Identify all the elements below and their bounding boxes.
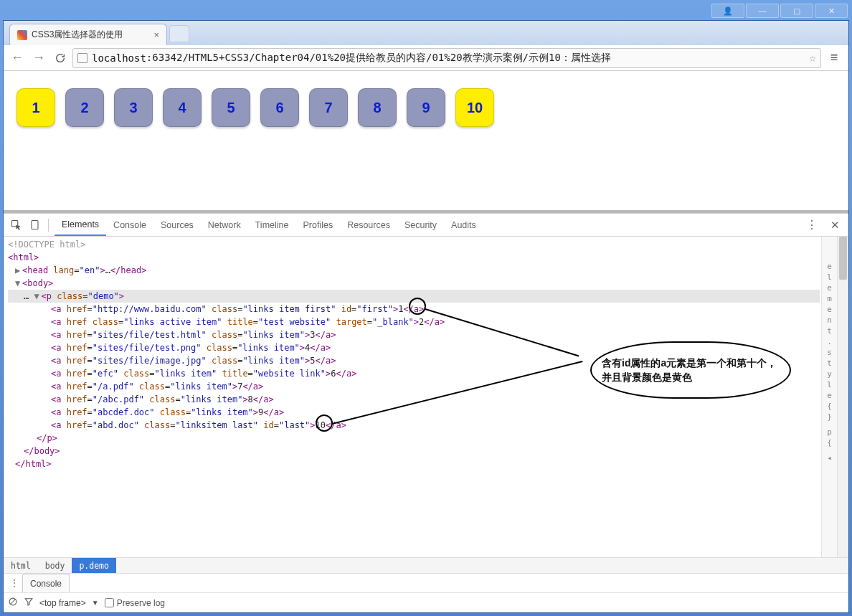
devtools-tab-timeline[interactable]: Timeline bbox=[248, 214, 296, 236]
console-toolbar: <top frame> ▼ Preserve log bbox=[4, 592, 848, 612]
forward-button[interactable]: → bbox=[29, 49, 48, 67]
svg-rect-1 bbox=[32, 221, 38, 229]
favicon-icon bbox=[17, 30, 27, 40]
devtools-tab-security[interactable]: Security bbox=[397, 214, 444, 236]
url-host: localhost bbox=[92, 52, 146, 64]
demo-container: 12345678910 bbox=[16, 88, 836, 127]
os-user-button[interactable]: 👤 bbox=[711, 4, 744, 18]
demo-link-9[interactable]: 9 bbox=[407, 88, 445, 127]
devtools-styles-rail: » element .style {} p{◂ bbox=[821, 237, 837, 557]
devtools-scrollbar[interactable] bbox=[837, 237, 848, 557]
browser-toolbar: ← → localhost:63342/HTML5+CSS3/Chapter04… bbox=[4, 45, 848, 71]
url-path: :63342/HTML5+CSS3/Chapter04/01%20提供给教员的内… bbox=[146, 52, 611, 65]
console-clear-icon[interactable] bbox=[8, 597, 18, 609]
device-toggle-icon[interactable] bbox=[27, 217, 42, 233]
drawer-handle-icon[interactable]: ⋮ bbox=[6, 577, 22, 589]
demo-link-8[interactable]: 8 bbox=[358, 88, 397, 127]
console-frame-select[interactable]: <top frame> bbox=[39, 598, 86, 608]
devtools-close-button[interactable]: ✕ bbox=[826, 219, 844, 232]
os-close-button[interactable]: ✕ bbox=[815, 4, 848, 18]
breadcrumb-body[interactable]: body bbox=[38, 558, 72, 573]
page-viewport: 12345678910 bbox=[4, 71, 848, 213]
os-minimize-button[interactable]: — bbox=[746, 4, 779, 18]
reload-button[interactable] bbox=[51, 49, 70, 67]
console-filter-icon[interactable] bbox=[24, 597, 34, 609]
os-maximize-button[interactable]: ▢ bbox=[780, 4, 813, 18]
preserve-log-checkbox[interactable]: Preserve log bbox=[105, 598, 165, 608]
browser-tab[interactable]: CSS3属性选择器的使用 × bbox=[9, 24, 167, 45]
os-titlebar: 👤 — ▢ ✕ bbox=[1, 1, 851, 20]
drawer-console-tab[interactable]: Console bbox=[22, 574, 70, 592]
tab-title: CSS3属性选择器的使用 bbox=[32, 29, 148, 41]
demo-link-1[interactable]: 1 bbox=[16, 88, 55, 127]
demo-link-2[interactable]: 2 bbox=[65, 88, 104, 127]
breadcrumb-p-demo[interactable]: p.demo bbox=[72, 558, 116, 573]
back-button[interactable]: ← bbox=[8, 49, 27, 67]
devtools-tab-audits[interactable]: Audits bbox=[444, 214, 483, 236]
demo-link-6[interactable]: 6 bbox=[260, 88, 299, 127]
browser-menu-button[interactable]: ≡ bbox=[824, 48, 844, 68]
browser-tabstrip: CSS3属性选择器的使用 × bbox=[4, 21, 848, 45]
inspect-element-icon[interactable] bbox=[8, 217, 24, 233]
devtools-tab-network[interactable]: Network bbox=[201, 214, 248, 236]
demo-link-7[interactable]: 7 bbox=[309, 88, 348, 127]
new-tab-button[interactable] bbox=[169, 25, 189, 42]
bookmark-star-icon[interactable]: ☆ bbox=[809, 51, 816, 65]
breadcrumb-html[interactable]: html bbox=[4, 558, 38, 573]
devtools-more-button[interactable]: ⋮ bbox=[802, 218, 823, 232]
devtools-breadcrumbs[interactable]: htmlbodyp.demo bbox=[4, 557, 848, 573]
demo-link-5[interactable]: 5 bbox=[212, 88, 250, 127]
devtools-dom-tree[interactable]: <!DOCTYPE html><html>▶<head lang="en">…<… bbox=[4, 237, 821, 557]
demo-link-4[interactable]: 4 bbox=[163, 88, 202, 127]
devtools-tab-sources[interactable]: Sources bbox=[153, 214, 201, 236]
devtools-tab-profiles[interactable]: Profiles bbox=[295, 214, 340, 236]
devtools-tab-elements[interactable]: Elements bbox=[55, 214, 106, 236]
devtools-drawer: ⋮ Console <top frame> ▼ Preserve log bbox=[4, 573, 848, 612]
demo-link-3[interactable]: 3 bbox=[114, 88, 153, 127]
devtools-tab-resources[interactable]: Resources bbox=[340, 214, 397, 236]
demo-link-10[interactable]: 10 bbox=[455, 88, 494, 127]
tab-close-button[interactable]: × bbox=[153, 29, 159, 40]
devtools-tab-console[interactable]: Console bbox=[106, 214, 153, 236]
devtools-panel: ElementsConsoleSourcesNetworkTimelinePro… bbox=[4, 213, 848, 612]
devtools-tabs: ElementsConsoleSourcesNetworkTimelinePro… bbox=[4, 214, 848, 237]
page-icon bbox=[77, 53, 87, 63]
address-bar[interactable]: localhost:63342/HTML5+CSS3/Chapter04/01%… bbox=[72, 48, 821, 68]
